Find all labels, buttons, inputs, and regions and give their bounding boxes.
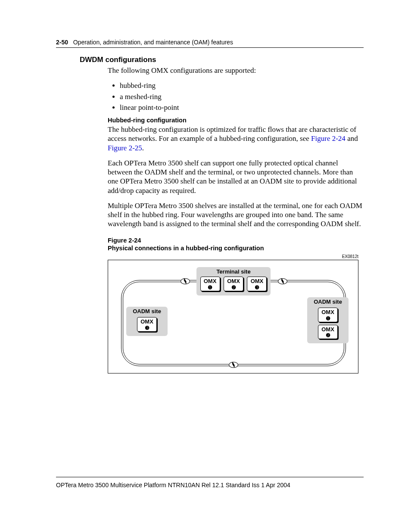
omx-label: OMX — [321, 309, 334, 315]
text-run: . — [142, 144, 144, 152]
omx-label: OMX — [204, 278, 217, 284]
hubbed-p1: The hubbed-ring configuration is optimiz… — [108, 125, 364, 152]
omx-box: OMX ➋ — [318, 325, 338, 339]
section-title: DWDM configurations — [80, 56, 364, 64]
running-title: Operation, administration, and maintenan… — [73, 39, 233, 46]
omx-index: ➊ — [318, 316, 337, 321]
terminal-site-label: Terminal site — [196, 267, 271, 276]
omx-label: OMX — [321, 326, 334, 333]
omx-label: OMX — [227, 278, 240, 284]
hubbed-p3: Multiple OPTera Metro 3500 shelves are i… — [108, 201, 364, 229]
text-run: and — [346, 134, 358, 143]
terminal-site: Terminal site OMX ➊ OMX ➋ OMX ➌ — [196, 267, 271, 295]
splice-icon — [229, 362, 238, 368]
list-item: hubbed-ring — [120, 81, 364, 90]
oadm-site-label: OADM site — [307, 297, 349, 306]
figure-title: Physical connections in a hubbed-ring co… — [108, 245, 264, 252]
omx-index: ➋ — [224, 285, 243, 290]
omx-box: OMX ➊ — [318, 308, 338, 322]
omx-label: OMX — [251, 278, 264, 284]
figure-code: EX0812t — [108, 254, 358, 259]
hubbed-p2: Each OPTera Metro 3500 shelf can support… — [108, 159, 364, 195]
footer-text: OPTera Metro 3500 Multiservice Platform … — [56, 482, 290, 488]
omx-index: ➌ — [137, 325, 156, 330]
hubbed-ring-diagram: Terminal site OMX ➊ OMX ➋ OMX ➌ — [108, 260, 358, 373]
oadm-site-label: OADM site — [126, 307, 168, 315]
figure-number: Figure 2-24 — [108, 237, 141, 244]
figure-link-2-24[interactable]: Figure 2-24 — [311, 134, 346, 143]
list-item: linear point-to-point — [120, 103, 364, 112]
omx-box: OMX ➌ — [137, 317, 157, 331]
omx-index: ➊ — [201, 285, 220, 290]
oadm-site-right: OADM site OMX ➊ OMX ➋ — [307, 297, 349, 343]
omx-box: OMX ➊ — [200, 277, 220, 291]
omx-box: OMX ➋ — [224, 277, 243, 291]
omx-box: OMX ➌ — [247, 277, 267, 291]
list-item: a meshed-ring — [120, 92, 364, 101]
page-header: 2-50 Operation, administration, and main… — [56, 39, 364, 48]
oadm-site-left: OADM site OMX ➌ — [126, 307, 168, 336]
figure-link-2-25[interactable]: Figure 2-25 — [108, 144, 142, 152]
intro-paragraph: The following OMX configurations are sup… — [108, 66, 364, 75]
page-number: 2-50 — [56, 39, 68, 46]
omx-index: ➌ — [247, 285, 266, 290]
subsection-heading: Hubbed-ring configuration — [108, 116, 364, 124]
omx-index: ➋ — [318, 333, 337, 338]
config-list: hubbed-ring a meshed-ring linear point-t… — [108, 81, 364, 112]
page-footer: OPTera Metro 3500 Multiservice Platform … — [56, 477, 364, 488]
figure-caption: Figure 2-24 Physical connections in a hu… — [108, 236, 364, 253]
omx-label: OMX — [140, 318, 153, 325]
